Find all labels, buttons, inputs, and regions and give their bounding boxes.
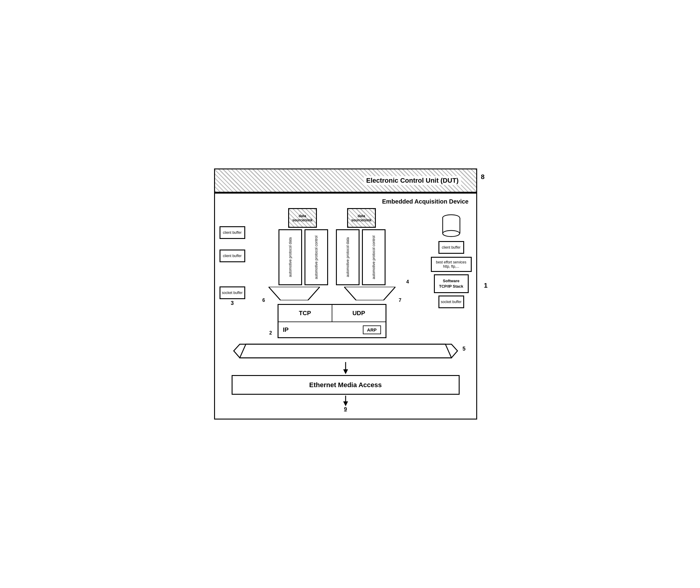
svg-marker-8 [240, 344, 451, 358]
ecu-label: Electronic Control Unit (DUT) [364, 176, 461, 185]
funnel-left: 6 [269, 287, 320, 302]
num1-label: 1 [484, 281, 487, 289]
num4-label: 4 [406, 279, 409, 284]
auto-proto-ctrl-1: automotive protocol control [304, 229, 328, 285]
num9-label: 9 [344, 406, 347, 413]
ethernet-box: Ethernet Media Access [232, 375, 460, 395]
client-buffer-1: client buffer [220, 226, 245, 239]
ethernet-label: Ethernet Media Access [309, 381, 382, 389]
ip-label: IP [283, 327, 363, 333]
udp-box: UDP [332, 305, 386, 322]
svg-marker-10 [343, 369, 348, 374]
auto-proto-data-2: automotive protocol data [336, 229, 360, 285]
ecu-box: Electronic Control Unit (DUT) [214, 168, 477, 193]
bus-num-label: 5 [462, 346, 465, 352]
arp-box: ARP [363, 326, 381, 334]
num3-label: 3 [231, 300, 234, 307]
auto-proto-ctrl-2: automotive protocol control [362, 229, 386, 285]
best-effort-box: best effort services http, ftp,... [431, 257, 472, 272]
funnel-right: 7 4 [344, 287, 396, 302]
num7-label: 7 [399, 298, 402, 303]
num2-label: 2 [269, 330, 272, 336]
data-source-2: data source/sink [347, 208, 376, 228]
ecu-number: 8 [481, 173, 484, 181]
socket-buffer-right: socket buffer [438, 296, 464, 308]
main-box: Embedded Acquisition Device client buffe… [214, 193, 477, 420]
tcp-box: TCP [278, 305, 332, 322]
cylinder-icon [441, 214, 461, 239]
num6-label: 6 [262, 298, 265, 303]
auto-proto-data-1: automotive protocol data [278, 229, 302, 285]
svg-marker-1 [344, 287, 396, 301]
data-source-1: data source/sink [288, 208, 317, 228]
socket-buffer-left: socket buffer [220, 286, 245, 299]
network-stack: 2 TCP UDP IP ARP [278, 304, 386, 338]
embedded-label: Embedded Acquisition Device [220, 198, 469, 205]
svg-marker-12 [343, 401, 348, 406]
software-stack-box: Software TCP/IP Stack [434, 274, 469, 293]
client-buffer-2: client buffer [220, 249, 245, 262]
svg-marker-0 [269, 287, 320, 301]
diagram-container: Electronic Control Unit (DUT) 8 Embedded… [214, 168, 486, 420]
client-buffer-3: client buffer [438, 241, 464, 254]
bus-shape: 5 [232, 343, 460, 361]
svg-point-6 [443, 230, 460, 236]
